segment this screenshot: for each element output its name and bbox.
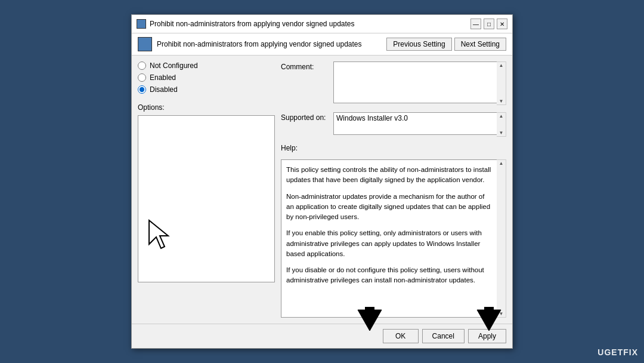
- comment-textarea[interactable]: [333, 61, 506, 103]
- comment-row: Comment: ▲ ▼: [281, 61, 506, 105]
- scroll-down-arrow2: ▼: [499, 130, 504, 136]
- close-button[interactable]: ✕: [497, 19, 507, 29]
- header-left: Prohibit non-administrators from applyin…: [138, 37, 362, 51]
- minimize-button[interactable]: —: [470, 19, 481, 29]
- supported-on-row: Supported on: Windows Installer v3.0 ▲ ▼: [281, 112, 506, 137]
- button-bar: OK Cancel Apply: [132, 324, 512, 348]
- enabled-radio[interactable]: [138, 73, 146, 82]
- watermark: UGETFIX: [597, 347, 638, 357]
- right-panel: Comment: ▲ ▼ Supported on: Windows Insta…: [281, 61, 506, 318]
- comment-label: Comment:: [281, 61, 329, 71]
- options-box: [138, 115, 275, 282]
- scroll-up-arrow: ▲: [499, 63, 504, 68]
- help-p1: This policy setting controls the ability…: [286, 165, 494, 186]
- dialog-icon: [137, 19, 146, 29]
- not-configured-label: Not Configured: [150, 61, 198, 70]
- enabled-label: Enabled: [150, 73, 176, 82]
- scroll-down-arrow: ▼: [499, 99, 504, 104]
- dialog-title: Prohibit non-administrators from applyin…: [150, 20, 467, 28]
- main-content: Not Configured Enabled Disabled Options:: [132, 56, 512, 324]
- help-label: Help:: [281, 144, 506, 152]
- comment-container: ▲ ▼: [333, 61, 506, 105]
- help-p2: Non-administrator updates provide a mech…: [286, 192, 494, 223]
- previous-setting-button[interactable]: Previous Setting: [386, 38, 451, 51]
- enabled-option[interactable]: Enabled: [138, 73, 275, 82]
- title-bar: Prohibit non-administrators from applyin…: [132, 15, 512, 33]
- help-box: This policy setting controls the ability…: [281, 159, 506, 318]
- supported-on-label: Supported on:: [281, 112, 329, 122]
- header-bar: Prohibit non-administrators from applyin…: [132, 33, 512, 56]
- comment-scrollbar: ▲ ▼: [497, 61, 506, 105]
- help-p3: If you enable this policy setting, only …: [286, 228, 494, 259]
- window-controls: — □ ✕: [470, 19, 507, 29]
- help-scroll-up: ▲: [499, 161, 504, 166]
- not-configured-radio[interactable]: [138, 61, 146, 70]
- options-label: Options:: [138, 103, 275, 112]
- header-title: Prohibit non-administrators from applyin…: [157, 40, 362, 48]
- policy-dialog: Prohibit non-administrators from applyin…: [131, 14, 513, 349]
- scroll-up-arrow2: ▲: [499, 113, 504, 119]
- help-container: This policy setting controls the ability…: [281, 159, 506, 318]
- help-scroll-down: ▼: [499, 311, 504, 316]
- apply-button[interactable]: Apply: [468, 329, 506, 343]
- maximize-button[interactable]: □: [484, 19, 494, 29]
- help-p4: If you disable or do not configure this …: [286, 265, 494, 286]
- next-setting-button[interactable]: Next Setting: [454, 38, 506, 51]
- not-configured-option[interactable]: Not Configured: [138, 61, 275, 70]
- supported-on-textarea: Windows Installer v3.0: [333, 112, 506, 135]
- cancel-button[interactable]: Cancel: [422, 329, 465, 343]
- disabled-label: Disabled: [150, 85, 178, 94]
- disabled-radio[interactable]: [138, 85, 146, 94]
- policy-icon: [138, 37, 152, 51]
- left-panel: Not Configured Enabled Disabled Options:: [138, 61, 275, 318]
- supported-on-container: Windows Installer v3.0 ▲ ▼: [333, 112, 506, 137]
- ok-button[interactable]: OK: [383, 329, 419, 343]
- help-scrollbar: ▲ ▼: [497, 159, 506, 318]
- disabled-option[interactable]: Disabled: [138, 85, 275, 94]
- nav-buttons: Previous Setting Next Setting: [386, 38, 506, 51]
- radio-group: Not Configured Enabled Disabled: [138, 61, 275, 94]
- supported-scrollbar: ▲ ▼: [497, 112, 506, 137]
